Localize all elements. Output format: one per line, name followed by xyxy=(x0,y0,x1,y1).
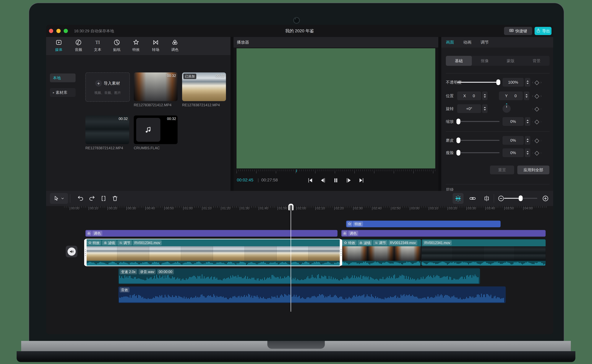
subtab-basic[interactable]: 基础 xyxy=(446,56,472,66)
split-insert-button[interactable] xyxy=(483,195,490,202)
scale-stepper[interactable] xyxy=(525,117,530,126)
scale-keyframe[interactable]: ‹◇› xyxy=(532,118,542,124)
rotation-stepper[interactable] xyxy=(482,104,488,113)
playhead[interactable] xyxy=(291,204,291,312)
shortcut-keys-button[interactable]: 快捷键 xyxy=(504,27,532,35)
clip-audio-waveform xyxy=(422,261,546,266)
color-track-2[interactable]: 调色 xyxy=(341,230,546,237)
media-tab-text[interactable]: TI文本 xyxy=(88,39,107,52)
position-x-field[interactable]: X0 xyxy=(457,91,481,100)
media-item-thumbnail[interactable]: 00:32 xyxy=(134,72,178,101)
link-clips-button[interactable] xyxy=(469,195,476,202)
trim-handle-left[interactable] xyxy=(84,239,87,266)
media-tab-sticker[interactable]: 贴纸 xyxy=(108,39,126,52)
smooth-skin-keyframe[interactable]: ‹◇› xyxy=(532,137,542,143)
skip-to-end-button[interactable] xyxy=(357,176,366,185)
smooth-skin-slider[interactable] xyxy=(457,140,499,141)
slim-face-slider[interactable] xyxy=(457,152,499,153)
snap-toggle-button[interactable] xyxy=(453,193,464,204)
media-tab-transition[interactable]: 转场 xyxy=(147,39,165,52)
timeline-ruler[interactable]: |00:00|00:10|00:20|00:30|00:40|00:50|01:… xyxy=(64,206,548,212)
position-y-stepper[interactable] xyxy=(524,91,529,100)
media-item-filename: CRUMBS.FLAC xyxy=(134,146,179,150)
subtab-chroma-key[interactable]: 抠像 xyxy=(472,56,498,66)
ruler-label: |03:20 xyxy=(447,206,457,210)
opacity-value[interactable]: 100% xyxy=(503,78,524,87)
added-badge: 已添加 xyxy=(183,74,196,79)
sidebar-item-local[interactable]: 本地 xyxy=(50,73,76,82)
slim-face-keyframe[interactable]: ‹◇› xyxy=(532,150,542,156)
pause-button[interactable] xyxy=(331,176,340,185)
scale-value[interactable]: 0% xyxy=(503,117,524,126)
reset-button[interactable]: 重置 xyxy=(490,166,514,174)
audio-track-recording[interactable]: 变速 2.0x录音.wav00:00:00 xyxy=(118,268,480,284)
next-frame-button[interactable] xyxy=(344,176,353,185)
smooth-skin-value[interactable]: 0% xyxy=(503,136,524,145)
duration-badge: 00:32 xyxy=(167,74,176,78)
media-tab-effects[interactable]: 特效 xyxy=(127,39,145,52)
timeline-zoom-slider[interactable] xyxy=(504,198,537,199)
redo-button[interactable] xyxy=(89,195,95,202)
slim-face-stepper[interactable] xyxy=(525,148,530,157)
color-track-1[interactable]: 调色 xyxy=(85,230,337,237)
tab-adjust[interactable]: 调节 xyxy=(481,37,489,47)
rotation-keyframe[interactable]: ‹◇› xyxy=(532,106,542,112)
color-track-label: 调色 xyxy=(92,231,102,236)
undo-button[interactable] xyxy=(77,195,84,202)
media-item-thumbnail[interactable]: 已添加00:32 xyxy=(182,72,226,101)
clip-badge: 滤镜 xyxy=(358,240,372,245)
trim-handle-right[interactable] xyxy=(340,239,342,266)
rotation-value[interactable]: +0° xyxy=(457,104,481,113)
ruler-label: |01:10 xyxy=(202,206,212,210)
position-x-stepper[interactable] xyxy=(482,91,488,100)
subtab-mask[interactable]: 蒙版 xyxy=(498,56,524,66)
position-y-field[interactable]: Y0 xyxy=(499,91,523,100)
clip-badge: 调节 xyxy=(373,240,388,245)
previous-frame-button[interactable] xyxy=(318,176,328,185)
rotation-dial[interactable] xyxy=(503,104,511,113)
effect-track[interactable]: 特效 xyxy=(346,221,501,227)
apply-to-all-button[interactable]: 应用到全部 xyxy=(517,166,549,174)
delete-clip-button[interactable] xyxy=(112,195,118,202)
mute-track-button[interactable] xyxy=(66,246,77,257)
laptop-deck xyxy=(21,341,571,351)
keyframe-diamond-icon: ◇ xyxy=(535,118,539,124)
zoom-out-icon[interactable] xyxy=(498,195,504,202)
opacity-keyframe[interactable]: ‹◇› xyxy=(532,79,542,85)
scale-slider[interactable] xyxy=(457,121,499,122)
video-clip-2[interactable]: 特效滤镜调节RV0012349.mov xyxy=(341,239,421,266)
sticker-icon xyxy=(114,39,120,46)
media-tab-media[interactable]: 媒体 xyxy=(50,39,68,52)
clip-badge: 特效 xyxy=(342,240,357,245)
select-tool-button[interactable] xyxy=(50,193,68,204)
audio-track-sfx[interactable]: 音效 xyxy=(118,286,506,303)
media-tab-color[interactable]: 调色 xyxy=(166,39,184,52)
clip-header: 特效滤镜调节RV0012341.mov xyxy=(85,239,340,246)
playhead-handle[interactable] xyxy=(288,204,294,210)
media-item-thumbnail[interactable]: 00:32 xyxy=(134,116,178,144)
opacity-stepper[interactable] xyxy=(525,78,530,87)
import-media-tile[interactable]: ＋导入素材 视频、音频、图片 xyxy=(85,72,130,102)
media-item-thumbnail[interactable]: 00:32 xyxy=(85,116,129,144)
media-tab-audio[interactable]: 音频 xyxy=(69,39,87,52)
tab-animation[interactable]: 动画 xyxy=(463,37,471,47)
video-preview[interactable] xyxy=(236,48,435,169)
sidebar-item-library[interactable]: ▸素材库 xyxy=(50,88,76,97)
video-clip-1[interactable]: 特效滤镜调节RV0012341.mov xyxy=(85,239,340,266)
subtab-background[interactable]: 背景 xyxy=(524,56,550,66)
opacity-slider[interactable] xyxy=(457,82,499,83)
slim-face-value[interactable]: 0% xyxy=(503,148,524,157)
media-item-filename: RE127838721412.MP4 xyxy=(85,146,131,150)
tab-picture[interactable]: 画面 xyxy=(446,37,454,47)
audio-badges: 变速 2.0x录音.wav00:00:00 xyxy=(120,269,174,274)
total-timecode: 00:27:58 xyxy=(261,178,278,182)
keyboard-icon xyxy=(509,28,514,34)
position-keyframe[interactable]: ‹◇› xyxy=(532,93,542,99)
video-clip-3[interactable]: RV0012341.mov xyxy=(422,239,546,266)
smooth-skin-stepper[interactable] xyxy=(525,136,530,145)
export-button[interactable]: 导出 xyxy=(535,27,552,35)
split-clip-button[interactable] xyxy=(100,195,107,202)
skip-to-start-button[interactable] xyxy=(306,176,315,185)
zoom-in-icon[interactable] xyxy=(542,195,549,202)
preview-seekbar[interactable] xyxy=(236,169,435,176)
